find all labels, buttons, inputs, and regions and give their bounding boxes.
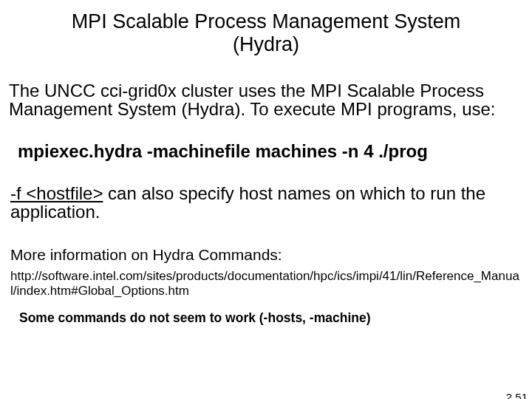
more-info-label: More information on Hydra Commands:: [10, 246, 523, 263]
command-line: mpiexec.hydra -machinefile machines -n 4…: [18, 142, 523, 161]
intro-paragraph: The UNCC cci-grid0x cluster uses the MPI…: [9, 81, 523, 118]
hostfile-flag: -f <hostfile>: [10, 183, 103, 203]
title-line-2: (Hydra): [233, 33, 299, 55]
hostfile-paragraph: -f <hostfile> can also specify host name…: [10, 184, 523, 221]
footnote: Some commands do not seem to work (-host…: [19, 311, 523, 325]
reference-url: http://software.intel.com/sites/products…: [10, 269, 523, 298]
page-number: 2.51: [506, 391, 528, 399]
slide-title: MPI Scalable Process Management System (…: [37, 10, 495, 56]
slide: MPI Scalable Process Management System (…: [0, 10, 532, 399]
title-line-1: MPI Scalable Process Management System: [72, 10, 461, 33]
